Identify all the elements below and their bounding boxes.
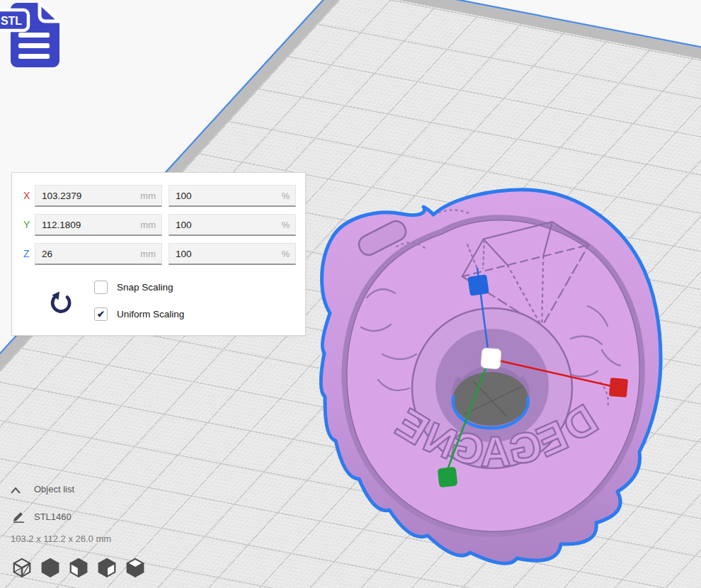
view-right-button[interactable] [125,557,146,579]
cube-wireframe-icon [11,557,33,579]
gizmo-handle-blue[interactable] [467,274,489,295]
camera-view-buttons [11,557,146,579]
snap-scaling-label: Snap Scaling [117,282,173,293]
scale-row-x: X mm % [12,185,305,207]
scale-row-y: Y mm % [12,214,305,236]
stl-document-fold [40,3,59,21]
gizmo-handle-center[interactable] [481,348,501,369]
plate-through-hole [453,372,528,426]
object-list-item-stl1460[interactable]: STL1460 [34,511,72,522]
gizmo-handle-green[interactable] [438,467,458,488]
view-left-button[interactable] [96,557,118,579]
z-percent-input[interactable] [169,244,295,264]
y-percent-input[interactable] [169,215,295,234]
axis-x-label: X [23,190,35,201]
cube-right-face-icon [96,557,118,579]
reset-icon [52,295,69,312]
axis-z-label: Z [23,248,35,259]
gizmo-handle-red[interactable] [609,378,628,397]
view-3d-button[interactable] [11,557,33,579]
y-mm-input[interactable] [35,215,161,234]
viewport-background[interactable]: { "file_icon": { "label": "STL" }, "scal… [0,0,701,588]
z-mm-field-wrap: mm [35,243,162,265]
x-percent-field-wrap: % [169,185,296,207]
snap-scaling-checkbox[interactable] [94,281,108,294]
y-mm-field-wrap: mm [35,214,162,236]
x-percent-input[interactable] [169,186,295,205]
model-dimensions-readout: 103.2 x 112.2 x 26.0 mm [11,533,111,544]
uniform-scaling-label: Uniform Scaling [117,309,184,320]
stl-file-icon[interactable]: STL [0,0,69,72]
z-percent-field-wrap: % [169,243,296,265]
y-percent-field-wrap: % [169,214,296,236]
collapse-caret-icon[interactable] [10,485,21,497]
edit-pencil-icon[interactable] [11,509,25,526]
cube-front-face-icon [68,557,89,579]
uniform-scaling-checkbox[interactable]: ✔ [94,307,108,321]
cube-solid-icon [40,557,61,579]
object-list-header[interactable]: Object list [34,484,74,494]
scale-tool-panel: X mm % Y mm % Z mm % [11,172,306,336]
reset-scale-button[interactable] [49,290,73,316]
x-mm-field-wrap: mm [35,185,162,207]
x-mm-input[interactable] [35,186,161,205]
axis-y-label: Y [23,219,35,230]
cube-top-face-icon [125,557,146,579]
view-top-button[interactable] [68,557,89,579]
view-front-button[interactable] [40,557,61,579]
stl-badge-label: STL [1,15,22,27]
model-stl1460[interactable]: E N G A G E D [321,190,661,564]
scale-row-z: Z mm % [12,243,305,265]
z-mm-input[interactable] [35,244,161,264]
